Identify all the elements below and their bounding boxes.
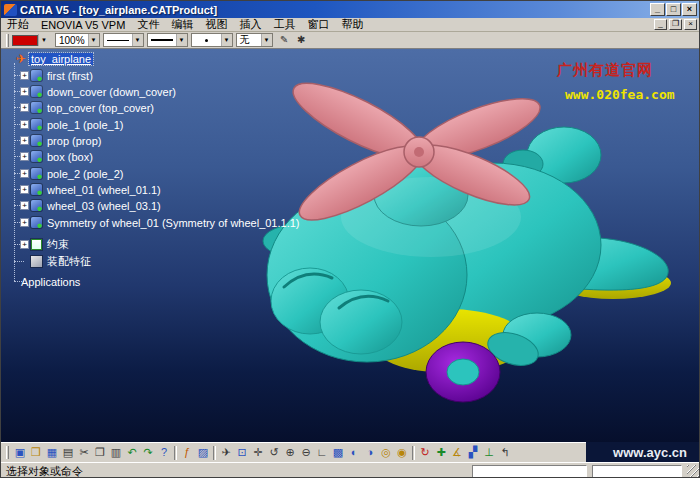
constraint-icon[interactable]: ⊥ [481, 445, 497, 461]
new-component-icon[interactable]: ✚ [433, 445, 449, 461]
fit-all-icon[interactable]: ⊡ [234, 445, 250, 461]
chevron-down-icon[interactable]: ▼ [176, 34, 187, 46]
help-icon[interactable]: ? [156, 445, 172, 461]
shading-edges-icon[interactable]: ◑ [362, 445, 378, 461]
undo-icon[interactable]: ↶ [124, 445, 140, 461]
tree-item-label[interactable]: prop (prop) [45, 135, 103, 147]
measure-icon[interactable]: ∡ [449, 445, 465, 461]
tree-item-wheel-01[interactable]: + wheel_01 (wheel_01.1) [20, 182, 163, 197]
menu-item-edit[interactable]: 编辑 [165, 17, 199, 32]
tree-item-constraints[interactable]: + 约束 [20, 237, 71, 252]
open-icon[interactable]: ❒ [28, 445, 44, 461]
tree-item-top-cover[interactable]: + top_cover (top_cover) [20, 100, 156, 115]
print-icon[interactable]: ▤ [60, 445, 76, 461]
point-symbol-combo[interactable]: ▼ [191, 33, 233, 47]
tree-item-label[interactable]: pole_2 (pole_2) [45, 168, 125, 180]
expander-icon[interactable]: + [20, 87, 29, 96]
expander-icon[interactable]: + [20, 120, 29, 129]
expander-icon[interactable]: + [20, 152, 29, 161]
tree-item-label[interactable]: top_cover (top_cover) [45, 102, 156, 114]
tree-item-wheel-03[interactable]: + wheel_03 (wheel_03.1) [20, 198, 163, 213]
chevron-down-icon[interactable]: ▼ [221, 34, 232, 46]
zoom-in-icon[interactable]: ⊕ [282, 445, 298, 461]
menu-item-enovia[interactable]: ENOVIA V5 VPM [35, 19, 131, 31]
line-type-combo[interactable]: ▼ [103, 33, 144, 47]
menu-item-insert[interactable]: 插入 [233, 17, 267, 32]
pan-icon[interactable]: ✛ [250, 445, 266, 461]
close-button[interactable]: × [682, 3, 697, 16]
section-icon[interactable]: ▞ [465, 445, 481, 461]
shading-icon[interactable]: ◐ [346, 445, 362, 461]
paste-icon[interactable]: ▥ [108, 445, 124, 461]
command-input-field[interactable] [592, 465, 682, 478]
tree-item-label[interactable]: Applications [19, 276, 82, 288]
tree-item-label[interactable]: toy_airplane [29, 53, 93, 65]
doc-restore-button[interactable]: ❐ [669, 19, 682, 30]
toolbar-drag-handle[interactable] [6, 446, 9, 459]
tree-item-label[interactable]: wheel_01 (wheel_01.1) [45, 184, 163, 196]
tree-item-label[interactable]: box (box) [45, 151, 95, 163]
resize-grip[interactable] [687, 465, 700, 478]
tree-item-box[interactable]: + box (box) [20, 149, 95, 164]
normal-view-icon[interactable]: ∟ [314, 445, 330, 461]
tree-item-label[interactable]: pole_1 (pole_1) [45, 119, 125, 131]
formula-icon[interactable]: ƒ [179, 445, 195, 461]
expander-icon[interactable]: + [20, 218, 29, 227]
tree-item-label[interactable]: 装配特征 [45, 254, 93, 269]
tree-item-prop[interactable]: + prop (prop) [20, 133, 103, 148]
zoom-out-icon[interactable]: ⊖ [298, 445, 314, 461]
hide-show-icon[interactable]: ◎ [378, 445, 394, 461]
exit-workbench-icon[interactable]: ↰ [497, 445, 513, 461]
zoom-combo[interactable]: 100% ▼ [55, 33, 100, 47]
line-weight-combo[interactable]: ▼ [147, 33, 188, 47]
tree-item-label[interactable]: first (first) [45, 70, 95, 82]
expander-icon[interactable]: + [20, 169, 29, 178]
expander-icon[interactable]: + [20, 136, 29, 145]
tree-item-label[interactable]: wheel_03 (wheel_03.1) [45, 200, 163, 212]
doc-minimize-button[interactable]: _ [654, 19, 667, 30]
maximize-button[interactable]: □ [666, 3, 681, 16]
layer-combo[interactable]: 无 ▼ [236, 33, 273, 47]
tree-item-first[interactable]: + first (first) [20, 68, 95, 83]
menu-item-help[interactable]: 帮助 [335, 17, 369, 32]
update-icon[interactable]: ↻ [417, 445, 433, 461]
chevron-down-icon[interactable]: ▼ [88, 34, 99, 46]
tree-item-pole-2[interactable]: + pole_2 (pole_2) [20, 166, 125, 181]
tree-item-symmetry-of-wheel-01[interactable]: + Symmetry of wheel_01 (Symmetry of whee… [20, 215, 302, 230]
menu-item-start[interactable]: 开始 [1, 17, 35, 32]
expander-icon[interactable]: + [20, 71, 29, 80]
doc-close-button[interactable]: × [684, 19, 697, 30]
color-swatch-combo[interactable]: ▼ [12, 33, 52, 47]
cut-icon[interactable]: ✂ [76, 445, 92, 461]
tree-item-applications[interactable]: Applications [19, 274, 82, 289]
menu-item-view[interactable]: 视图 [199, 17, 233, 32]
menu-item-file[interactable]: 文件 [131, 17, 165, 32]
painter-icon[interactable]: ✎ [277, 33, 292, 47]
design-table-icon[interactable]: ▨ [195, 445, 211, 461]
status-field-1[interactable] [472, 465, 587, 478]
rotate-icon[interactable]: ↺ [266, 445, 282, 461]
menu-item-tools[interactable]: 工具 [267, 17, 301, 32]
save-icon[interactable]: ▦ [44, 445, 60, 461]
tree-item-assembly-features[interactable]: 装配特征 [31, 254, 93, 269]
redo-icon[interactable]: ↷ [140, 445, 156, 461]
3d-viewport[interactable]: ✈ toy_airplane + first (first) + down_co… [1, 49, 700, 442]
expander-icon[interactable]: + [20, 185, 29, 194]
expander-icon[interactable]: + [20, 201, 29, 210]
wizard-icon[interactable]: ✱ [294, 33, 309, 47]
purple-wheel[interactable] [426, 342, 500, 402]
copy-icon[interactable]: ❐ [92, 445, 108, 461]
menu-item-window[interactable]: 窗口 [301, 17, 335, 32]
tree-item-label[interactable]: down_cover (down_cover) [45, 86, 178, 98]
title-bar[interactable]: CATIA V5 - [toy_airplane.CATProduct] _ □… [1, 1, 699, 18]
product-structure-icon[interactable]: ▣ [12, 445, 28, 461]
fly-mode-icon[interactable]: ✈ [218, 445, 234, 461]
swap-space-icon[interactable]: ◉ [394, 445, 410, 461]
tree-item-label[interactable]: 约束 [45, 237, 71, 252]
chevron-down-icon[interactable]: ▼ [261, 34, 272, 46]
chevron-down-icon[interactable]: ▼ [132, 34, 143, 46]
tree-item-label[interactable]: Symmetry of wheel_01 (Symmetry of wheel_… [45, 217, 302, 229]
expander-icon[interactable]: + [20, 103, 29, 112]
tree-item-root[interactable]: ✈ toy_airplane [16, 51, 93, 66]
chevron-down-icon[interactable]: ▼ [38, 34, 49, 46]
